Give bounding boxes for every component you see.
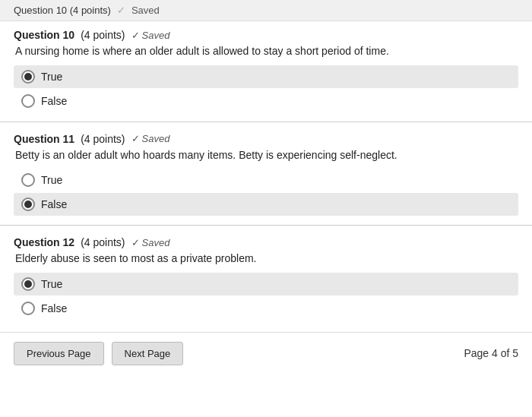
next-page-button[interactable]: Next Page — [112, 342, 184, 365]
radio-q11-1 — [21, 197, 35, 211]
question-block-q11: Question 11(4 points)✓ SavedBetty is an … — [0, 125, 532, 223]
page-indicator: Page 4 of 5 — [464, 347, 518, 359]
radio-inner-q12-0 — [24, 280, 32, 288]
radio-q11-0 — [21, 173, 35, 187]
saved-badge-q10: ✓ Saved — [131, 30, 170, 41]
option-label-q12-1: False — [41, 302, 67, 314]
option-label-q10-0: True — [41, 71, 62, 83]
radio-q12-0 — [21, 277, 35, 291]
previous-page-button[interactable]: Previous Page — [14, 342, 104, 365]
radio-q10-1 — [21, 94, 35, 108]
question-points-q11: (4 points) — [81, 133, 125, 145]
check-icon-q10: ✓ — [131, 30, 140, 41]
option-row-q10-0[interactable]: True — [14, 65, 518, 88]
option-row-q11-1[interactable]: False — [14, 193, 518, 216]
option-label-q10-1: False — [41, 95, 67, 107]
footer: Previous Page Next Page Page 4 of 5 — [0, 332, 532, 374]
top-bar-saved: Saved — [131, 5, 160, 16]
question-block-q12: Question 12(4 points)✓ SavedElderly abus… — [0, 229, 532, 326]
question-header-q12: Question 12(4 points)✓ Saved — [14, 236, 518, 248]
question-block-q10: Question 10(4 points)✓ SavedA nursing ho… — [0, 21, 532, 118]
top-bar-question-label: Question 10 (4 points) — [14, 5, 111, 16]
radio-q12-1 — [21, 302, 35, 315]
question-text-q12: Elderly abuse is seen to most as a priva… — [15, 251, 518, 267]
option-row-q11-0[interactable]: True — [14, 169, 518, 191]
question-header-q10: Question 10(4 points)✓ Saved — [14, 29, 518, 41]
divider-0 — [0, 122, 532, 122]
radio-inner-q10-0 — [24, 73, 32, 81]
question-title-q11: Question 11 — [14, 133, 74, 145]
questions-container: Question 10(4 points)✓ SavedA nursing ho… — [0, 21, 532, 326]
question-header-q11: Question 11(4 points)✓ Saved — [14, 133, 518, 145]
question-points-q10: (4 points) — [81, 29, 125, 41]
radio-q10-0 — [21, 70, 35, 84]
saved-label-q10: Saved — [142, 30, 170, 41]
question-points-q12: (4 points) — [81, 236, 125, 248]
top-bar: Question 10 (4 points) ✓ Saved — [0, 0, 532, 21]
radio-inner-q11-1 — [24, 201, 32, 208]
option-label-q12-0: True — [41, 278, 62, 290]
saved-badge-q11: ✓ Saved — [131, 133, 170, 144]
option-row-q10-1[interactable]: False — [14, 90, 518, 112]
option-row-q12-1[interactable]: False — [14, 297, 518, 320]
saved-badge-q12: ✓ Saved — [131, 237, 170, 248]
page-container: Question 10 (4 points) ✓ Saved Question … — [0, 0, 532, 417]
question-text-q10: A nursing home is where an older adult i… — [15, 44, 518, 59]
check-icon-q11: ✓ — [131, 133, 140, 144]
option-label-q11-0: True — [41, 174, 62, 186]
option-label-q11-1: False — [41, 198, 67, 210]
check-icon-q12: ✓ — [131, 237, 140, 248]
question-text-q11: Betty is an older adult who hoards many … — [15, 148, 518, 163]
option-row-q12-0[interactable]: True — [14, 273, 518, 295]
saved-label-q12: Saved — [142, 237, 170, 248]
saved-label-q11: Saved — [142, 133, 170, 144]
question-title-q10: Question 10 — [14, 29, 74, 41]
divider-1 — [0, 225, 532, 226]
question-title-q12: Question 12 — [14, 236, 74, 248]
